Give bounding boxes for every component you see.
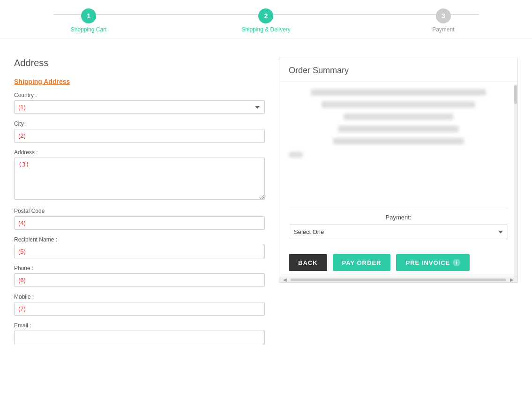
address-textarea[interactable]: (3) [14,158,265,200]
recipient-name-input[interactable] [14,245,265,258]
email-group: Email : [14,322,265,344]
pay-order-button[interactable]: PAY ORDER [333,254,391,271]
step2-label: Shipping & Delivery [241,26,291,33]
divider [289,208,508,208]
phone-input[interactable] [14,273,265,287]
recipient-name-group: Recipient Name : [14,236,265,258]
address-label: Address : [14,149,265,156]
vertical-scrollbar[interactable] [514,84,517,277]
postal-code-label: Postal Code [14,208,265,214]
country-select[interactable]: (1) [14,100,265,114]
blurred-line-3 [344,113,453,120]
payment-select-wrapper: Select One Credit Card Bank Transfer Cas… [289,225,508,239]
postal-code-input[interactable] [14,216,265,230]
address-section-title: Address [14,58,265,68]
blurred-line-4 [338,126,458,132]
order-summary-body[interactable] [279,82,517,208]
horizontal-scrollbar[interactable]: ◀ ▶ [279,277,517,282]
email-label: Email : [14,322,265,329]
order-summary-section: Order Summary Payment: Select One Credit… [279,58,518,283]
pre-invoice-button[interactable]: PRE INVOICE i [396,254,470,271]
blurred-line-2 [322,101,475,108]
step1-label: Shopping Cart [71,26,107,33]
pre-invoice-info-icon: i [453,259,460,266]
scroll-left-arrow[interactable]: ◀ [281,277,289,282]
scroll-track[interactable] [291,279,506,281]
email-input[interactable] [14,331,265,344]
scrollbar-thumb [514,85,517,104]
main-content: Address Shipping Address Country : (1) C… [0,39,532,360]
back-button[interactable]: BACK [289,254,327,271]
shipping-address-title: Shipping Address [14,78,265,85]
mobile-input[interactable] [14,302,265,316]
step-payment[interactable]: 3 Payment [355,8,532,33]
step-shopping-cart[interactable]: 1 Shopping Cart [0,8,177,33]
order-bottom: Payment: Select One Credit Card Bank Tra… [279,214,517,247]
city-input[interactable] [14,129,265,143]
order-items-blurred [289,89,508,144]
step2-circle: 2 [258,8,273,23]
step3-label: Payment [432,26,454,33]
action-buttons: BACK PAY ORDER PRE INVOICE i [279,247,517,277]
city-group: City : [14,121,265,143]
step3-circle: 3 [436,8,451,23]
address-section: Address Shipping Address Country : (1) C… [14,58,265,351]
mobile-label: Mobile : [14,294,265,300]
blurred-qty [289,152,303,158]
country-label: Country : [14,92,265,98]
blurred-line-1 [311,89,486,96]
address-group: Address : (3) [14,149,265,201]
postal-code-group: Postal Code [14,208,265,230]
recipient-name-label: Recipient Name : [14,236,265,243]
step3-number: 3 [442,12,445,20]
payment-label: Payment: [289,214,508,221]
step2-number: 2 [264,12,268,20]
scroll-right-arrow[interactable]: ▶ [508,277,516,282]
step-shipping-delivery[interactable]: 2 Shipping & Delivery [177,8,354,33]
city-label: City : [14,121,265,127]
step1-circle: 1 [81,8,96,23]
country-group: Country : (1) [14,92,265,114]
stepper: 1 Shopping Cart 2 Shipping & Delivery 3 … [0,0,532,39]
pre-invoice-label: PRE INVOICE [405,259,450,266]
order-summary-title: Order Summary [279,58,517,82]
payment-method-select[interactable]: Select One Credit Card Bank Transfer Cas… [289,225,508,239]
phone-group: Phone : [14,265,265,287]
step1-number: 1 [87,12,90,20]
blurred-line-5 [333,138,465,144]
mobile-group: Mobile : [14,294,265,316]
phone-label: Phone : [14,265,265,271]
